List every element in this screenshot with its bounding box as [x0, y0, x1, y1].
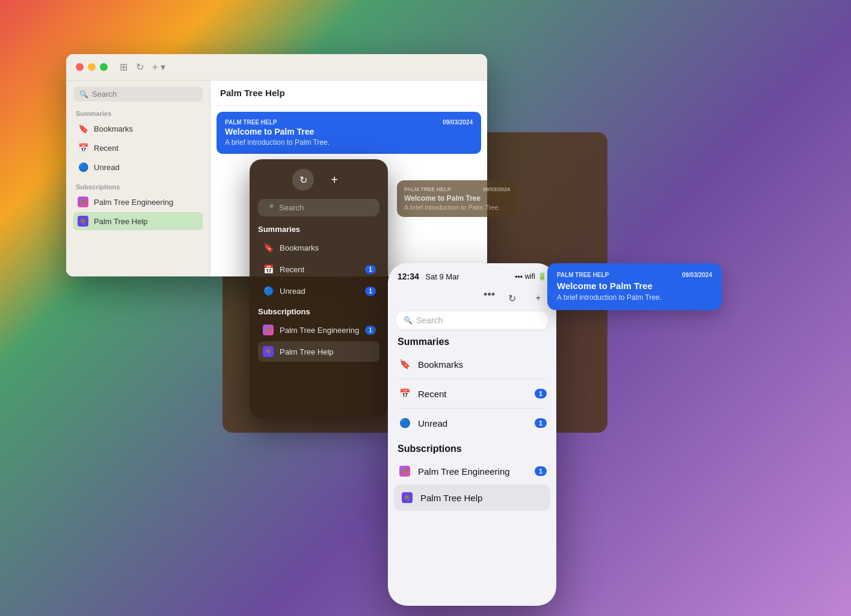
dark-engineering-badge: 1: [365, 326, 376, 335]
dark-sidebar-unread[interactable]: 🔵 Unread 1: [258, 281, 379, 301]
dark-sidebar-label: Bookmarks: [280, 243, 376, 252]
add-icon[interactable]: + ▾: [152, 61, 165, 73]
mac-search-bar[interactable]: 🔍: [73, 87, 203, 102]
search-input[interactable]: [92, 90, 197, 99]
dark-subscriptions-label: Subscriptions: [258, 307, 379, 316]
dark-bookmark-icon: 🔖: [262, 241, 275, 254]
ios-time: 12:34: [398, 272, 419, 281]
dark-search-text: Search: [279, 203, 304, 212]
mac-titlebar: ⊞ ↻ + ▾: [66, 54, 487, 81]
ios-search-icon: 🔍: [404, 316, 413, 325]
ios-news-title: Welcome to Palm Tree: [557, 281, 712, 291]
dark-unread-badge: 1: [365, 287, 376, 296]
refresh-icon[interactable]: ↻: [136, 61, 144, 73]
sidebar-item-label: Palm Tree Help: [94, 217, 199, 226]
ios-engineering-icon: 🌴: [398, 464, 412, 478]
dark-help-icon: 🌴: [262, 345, 275, 358]
close-button[interactable]: [76, 63, 84, 71]
ios-item-recent[interactable]: 📅 Recent 1: [388, 380, 556, 407]
ios-divider: [398, 408, 547, 409]
dark-sidebar-engineering[interactable]: 🌴 Palm Tree Engineering 1: [258, 320, 379, 340]
sidebar-item-engineering[interactable]: 🌴 Palm Tree Engineering: [73, 193, 203, 211]
bookmark-icon: 🔖: [77, 123, 89, 135]
dark-notif-desc: A brief introduction to Palm Tree.: [404, 204, 510, 211]
sidebar-item-label: Palm Tree Engineering: [94, 198, 199, 207]
dark-search-bar[interactable]: 🎤 Search: [258, 199, 379, 216]
dark-window: ↻ + 🎤 Search Summaries 🔖 Bookmarks 📅 Rec…: [250, 159, 388, 418]
sidebar-item-unread[interactable]: 🔵 Unread: [73, 158, 203, 176]
sidebar-item-label: Bookmarks: [94, 124, 199, 133]
dark-refresh-icon[interactable]: ↻: [292, 169, 314, 191]
ios-status-icons: ▪▪▪ wifi 🔋: [515, 272, 547, 281]
ios-news-source: PALM TREE HELP 09/03/2024: [557, 272, 712, 278]
ios-summaries-label: Summaries: [388, 337, 556, 347]
ios-item-label: Unread: [418, 418, 535, 428]
dark-sidebar-help[interactable]: 🌴 Palm Tree Help: [258, 341, 379, 362]
news-card-desc: A brief introduction to Palm Tree.: [225, 138, 473, 147]
ios-item-label: Recent: [418, 389, 535, 399]
traffic-lights: [76, 63, 108, 71]
ios-item-label: Bookmarks: [418, 359, 547, 370]
maximize-button[interactable]: [100, 63, 108, 71]
dark-recent-badge: 1: [365, 265, 376, 274]
signal-icon: ▪▪▪: [515, 272, 523, 281]
dark-window-header: ↻ +: [258, 169, 379, 191]
ios-news-card[interactable]: PALM TREE HELP 09/03/2024 Welcome to Pal…: [547, 263, 722, 310]
dark-sidebar-label: Palm Tree Engineering: [280, 326, 365, 335]
ios-status-bar: 12:34 Sat 9 Mar ▪▪▪ wifi 🔋: [388, 263, 556, 285]
sidebar-toggle-icon[interactable]: ⊞: [120, 61, 127, 73]
mac-content-title: Palm Tree Help: [210, 81, 487, 106]
mac-news-card[interactable]: PALM TREE HELP 09/03/2024 Welcome to Pal…: [217, 112, 481, 154]
dark-sidebar-bookmarks[interactable]: 🔖 Bookmarks: [258, 237, 379, 258]
dark-add-icon[interactable]: +: [324, 169, 345, 191]
subscriptions-label: Subscriptions: [73, 183, 203, 191]
ios-engineering-badge: 1: [535, 466, 547, 476]
sidebar-item-help[interactable]: 🌴 Palm Tree Help: [73, 212, 203, 230]
sidebar-item-bookmarks[interactable]: 🔖 Bookmarks: [73, 120, 203, 138]
dark-recent-icon: 📅: [262, 263, 275, 276]
ios-search-bar[interactable]: 🔍 Search: [396, 311, 548, 329]
sidebar-item-recent[interactable]: 📅 Recent: [73, 139, 203, 157]
sidebar-item-label: Recent: [94, 144, 199, 153]
ios-item-bookmarks[interactable]: 🔖 Bookmarks: [388, 351, 556, 377]
ios-item-engineering[interactable]: 🌴 Palm Tree Engineering 1: [388, 458, 556, 484]
dark-unread-icon: 🔵: [262, 284, 275, 297]
ios-item-label: Palm Tree Engineering: [418, 466, 535, 477]
dark-notif-source: PALM TREE HELP 09/03/2024: [404, 186, 510, 192]
ios-item-help[interactable]: 🌴 Palm Tree Help: [394, 484, 550, 511]
search-icon: 🔍: [79, 90, 88, 99]
ios-frame: 12:34 Sat 9 Mar ▪▪▪ wifi 🔋 ••• ↻ + 🔍 Sea…: [388, 263, 556, 606]
ios-news-panel: PALM TREE HELP 09/03/2024 Welcome to Pal…: [547, 263, 722, 310]
ios-unread-icon: 🔵: [398, 416, 412, 430]
summaries-label: Summaries: [73, 110, 203, 117]
dark-sidebar-label: Palm Tree Help: [280, 347, 376, 356]
dark-engineering-icon: 🌴: [262, 323, 275, 337]
more-options-icon[interactable]: •••: [484, 288, 495, 308]
battery-icon: 🔋: [538, 272, 547, 281]
dark-sidebar-label: Unread: [280, 287, 365, 296]
news-card-title: Welcome to Palm Tree: [225, 127, 473, 136]
recent-icon: 📅: [77, 142, 89, 154]
dark-sidebar-recent[interactable]: 📅 Recent 1: [258, 259, 379, 279]
ios-recent-badge: 1: [535, 389, 547, 398]
wifi-icon: wifi: [525, 272, 535, 281]
mac-titlebar-icons: ⊞ ↻ + ▾: [120, 61, 165, 73]
dark-notif-title: Welcome to Palm Tree: [404, 194, 510, 203]
minimize-button[interactable]: [88, 63, 96, 71]
ios-recent-icon: 📅: [398, 386, 412, 401]
ios-item-label: Palm Tree Help: [420, 493, 544, 503]
dark-notification: PALM TREE HELP 09/03/2024 Welcome to Pal…: [397, 180, 517, 217]
dark-summaries-label: Summaries: [258, 225, 379, 234]
ios-bookmark-icon: 🔖: [398, 357, 412, 371]
engineering-icon: 🌴: [77, 196, 89, 208]
ios-toolbar: ••• ↻ +: [388, 285, 556, 311]
ios-refresh-icon[interactable]: ↻: [502, 288, 521, 308]
ios-item-unread[interactable]: 🔵 Unread 1: [388, 410, 556, 436]
ios-search-text: Search: [416, 316, 443, 325]
ios-divider: [398, 379, 547, 379]
ios-add-icon[interactable]: +: [529, 288, 548, 308]
ios-unread-badge: 1: [535, 418, 547, 428]
help-icon: 🌴: [77, 215, 89, 227]
mac-sidebar: 🔍 Summaries 🔖 Bookmarks 📅 Recent 🔵 Unrea…: [66, 81, 210, 276]
unread-icon: 🔵: [77, 161, 89, 173]
